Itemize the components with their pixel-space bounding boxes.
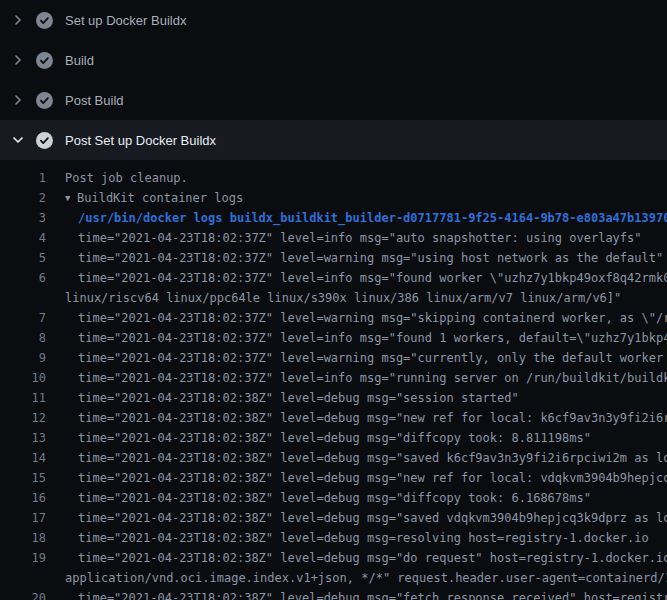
step-label: Post Build xyxy=(65,93,124,108)
step-label: Build xyxy=(65,53,94,68)
log-text: time="2021-04-23T18:02:38Z" level=debug … xyxy=(46,508,667,528)
log-text: time="2021-04-23T18:02:37Z" level=warnin… xyxy=(46,348,667,368)
log-line-group-header: 2 ▼BuildKit container logs xyxy=(0,188,667,208)
line-number[interactable]: 20 xyxy=(0,588,46,600)
log-text: time="2021-04-23T18:02:37Z" level=info m… xyxy=(46,368,667,388)
check-circle-icon xyxy=(36,52,53,69)
log-line: 6 time="2021-04-23T18:02:37Z" level=info… xyxy=(0,268,667,288)
log-line-wrap: linux/riscv64 linux/ppc64le linux/s390x … xyxy=(0,288,667,308)
step-header-build[interactable]: Build xyxy=(0,40,667,80)
line-number[interactable]: 19 xyxy=(0,548,46,568)
log-text: time="2021-04-23T18:02:37Z" level=warnin… xyxy=(46,308,667,328)
log-text: Post job cleanup. xyxy=(46,168,188,188)
log-text: time="2021-04-23T18:02:38Z" level=debug … xyxy=(46,548,667,568)
check-circle-icon xyxy=(36,92,53,109)
log-line: 11 time="2021-04-23T18:02:38Z" level=deb… xyxy=(0,388,667,408)
log-line: 17 time="2021-04-23T18:02:38Z" level=deb… xyxy=(0,508,667,528)
log-text: time="2021-04-23T18:02:38Z" level=debug … xyxy=(46,428,591,448)
line-number[interactable]: 10 xyxy=(0,368,46,388)
step-label: Set up Docker Buildx xyxy=(65,13,186,28)
line-number[interactable]: 4 xyxy=(0,228,46,248)
line-number[interactable]: 6 xyxy=(0,268,46,288)
log-line: 9 time="2021-04-23T18:02:37Z" level=warn… xyxy=(0,348,667,368)
line-number[interactable]: 14 xyxy=(0,448,46,468)
log-line: 15 time="2021-04-23T18:02:38Z" level=deb… xyxy=(0,468,667,488)
log-group-header[interactable]: ▼BuildKit container logs xyxy=(46,188,243,208)
line-number xyxy=(0,568,46,588)
log-line: 19 time="2021-04-23T18:02:38Z" level=deb… xyxy=(0,548,667,568)
line-number[interactable]: 8 xyxy=(0,328,46,348)
log-command-text: /usr/bin/docker logs buildx_buildkit_bui… xyxy=(46,208,667,228)
line-number[interactable]: 17 xyxy=(0,508,46,528)
log-text: time="2021-04-23T18:02:38Z" level=debug … xyxy=(46,528,649,548)
chevron-right-icon xyxy=(10,92,30,108)
log-line: 3 /usr/bin/docker logs buildx_buildkit_b… xyxy=(0,208,667,228)
log-text: time="2021-04-23T18:02:37Z" level=info m… xyxy=(46,268,667,288)
line-number[interactable]: 13 xyxy=(0,428,46,448)
log-line: 1 Post job cleanup. xyxy=(0,168,667,188)
log-line: 14 time="2021-04-23T18:02:38Z" level=deb… xyxy=(0,448,667,468)
log-text: time="2021-04-23T18:02:38Z" level=debug … xyxy=(46,468,667,488)
collapse-toggle-icon[interactable]: ▼ xyxy=(65,188,77,208)
chevron-down-icon xyxy=(10,132,30,148)
log-line: 10 time="2021-04-23T18:02:37Z" level=inf… xyxy=(0,368,667,388)
log-text: time="2021-04-23T18:02:38Z" level=debug … xyxy=(46,388,519,408)
check-circle-icon xyxy=(36,132,53,149)
log-text: time="2021-04-23T18:02:38Z" level=debug … xyxy=(46,408,667,428)
log-text: time="2021-04-23T18:02:38Z" level=debug … xyxy=(46,588,667,600)
line-number[interactable]: 18 xyxy=(0,528,46,548)
log-text: application/vnd.oci.image.index.v1+json,… xyxy=(46,568,667,588)
log-line: 13 time="2021-04-23T18:02:38Z" level=deb… xyxy=(0,428,667,448)
log-line: 16 time="2021-04-23T18:02:38Z" level=deb… xyxy=(0,488,667,508)
chevron-right-icon xyxy=(10,12,30,28)
step-header-post-setup-docker-buildx[interactable]: Post Set up Docker Buildx xyxy=(0,120,667,160)
actions-log-viewer: Set up Docker Buildx Build Post Build Po… xyxy=(0,0,667,600)
step-header-post-build[interactable]: Post Build xyxy=(0,80,667,120)
line-number[interactable]: 11 xyxy=(0,388,46,408)
line-number[interactable]: 15 xyxy=(0,468,46,488)
log-text: time="2021-04-23T18:02:38Z" level=debug … xyxy=(46,448,667,468)
log-line: 12 time="2021-04-23T18:02:38Z" level=deb… xyxy=(0,408,667,428)
log-group-title: BuildKit container logs xyxy=(77,191,243,205)
log-line-wrap: application/vnd.oci.image.index.v1+json,… xyxy=(0,568,667,588)
step-log-output: 1 Post job cleanup. 2 ▼BuildKit containe… xyxy=(0,160,667,600)
line-number[interactable]: 1 xyxy=(0,168,46,188)
log-text: linux/riscv64 linux/ppc64le linux/s390x … xyxy=(46,288,621,308)
log-text: time="2021-04-23T18:02:37Z" level=info m… xyxy=(46,228,642,248)
log-line: 4 time="2021-04-23T18:02:37Z" level=info… xyxy=(0,228,667,248)
log-line: 5 time="2021-04-23T18:02:37Z" level=warn… xyxy=(0,248,667,268)
step-label: Post Set up Docker Buildx xyxy=(65,133,216,148)
line-number[interactable]: 3 xyxy=(0,208,46,228)
line-number[interactable]: 7 xyxy=(0,308,46,328)
line-number[interactable]: 9 xyxy=(0,348,46,368)
log-line: 8 time="2021-04-23T18:02:37Z" level=info… xyxy=(0,328,667,348)
line-number xyxy=(0,288,46,308)
line-number[interactable]: 5 xyxy=(0,248,46,268)
log-line: 18 time="2021-04-23T18:02:38Z" level=deb… xyxy=(0,528,667,548)
log-text: time="2021-04-23T18:02:37Z" level=info m… xyxy=(46,328,667,348)
line-number[interactable]: 12 xyxy=(0,408,46,428)
log-text: time="2021-04-23T18:02:37Z" level=warnin… xyxy=(46,248,663,268)
chevron-right-icon xyxy=(10,52,30,68)
step-header-setup-docker-buildx[interactable]: Set up Docker Buildx xyxy=(0,0,667,40)
log-text: time="2021-04-23T18:02:38Z" level=debug … xyxy=(46,488,591,508)
log-line: 20 time="2021-04-23T18:02:38Z" level=deb… xyxy=(0,588,667,600)
check-circle-icon xyxy=(36,12,53,29)
log-line: 7 time="2021-04-23T18:02:37Z" level=warn… xyxy=(0,308,667,328)
line-number[interactable]: 2 xyxy=(0,188,46,208)
line-number[interactable]: 16 xyxy=(0,488,46,508)
